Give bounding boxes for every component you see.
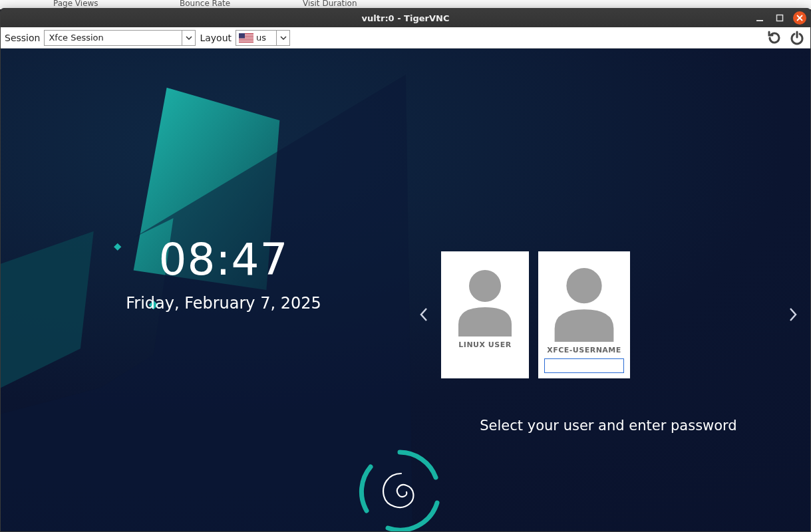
user-card[interactable]: LINUX USER [441, 251, 529, 378]
user-card-name: LINUX USER [458, 340, 511, 349]
chevron-down-icon[interactable] [276, 31, 289, 45]
greeter-toolbar: Session Xfce Session Layout us [1, 27, 810, 49]
chevron-down-icon[interactable] [182, 31, 195, 45]
clock-date: Friday, February 7, 2025 [114, 294, 333, 313]
window-title: vultr:0 - TigerVNC [362, 13, 450, 23]
svg-point-19 [566, 268, 601, 303]
user-card-selected[interactable]: XFCE-USERNAME [538, 251, 630, 378]
clock-time: 08:47 [114, 238, 333, 282]
us-flag-icon [239, 33, 253, 43]
avatar-icon [542, 255, 626, 342]
debian-spinner [353, 444, 446, 531]
user-card-name: XFCE-USERNAME [547, 346, 621, 354]
layout-select[interactable]: us [236, 30, 290, 46]
clock-panel: 08:47 Friday, February 7, 2025 [114, 238, 333, 313]
session-select-value: Xfce Session [45, 33, 118, 43]
chevron-left-icon[interactable] [413, 301, 434, 328]
login-screen: 08:47 Friday, February 7, 2025 LINUX USE… [1, 49, 810, 531]
vnc-window: vultr:0 - TigerVNC Session Xfce Session … [0, 8, 811, 532]
svg-point-18 [469, 270, 501, 302]
window-titlebar[interactable]: vultr:0 - TigerVNC [1, 9, 810, 27]
power-button[interactable] [788, 29, 806, 47]
window-close-button[interactable] [793, 11, 806, 25]
svg-marker-14 [1, 231, 94, 388]
login-hint: Select your user and enter password [413, 418, 804, 434]
window-minimize-button[interactable] [753, 11, 766, 25]
svg-rect-1 [777, 15, 783, 21]
restart-button[interactable] [765, 29, 784, 47]
avatar-icon [446, 257, 524, 336]
chevron-right-icon[interactable] [782, 301, 804, 328]
svg-rect-11 [239, 33, 245, 39]
session-label: Session [5, 33, 40, 43]
svg-rect-9 [239, 39, 253, 40]
window-maximize-button[interactable] [773, 11, 786, 25]
svg-rect-10 [239, 41, 253, 41]
layout-label: Layout [200, 33, 232, 43]
user-chooser: LINUX USER XFCE-USERNAME [413, 238, 804, 391]
session-select[interactable]: Xfce Session [44, 30, 196, 46]
svg-rect-8 [239, 38, 253, 39]
password-input[interactable] [544, 358, 624, 373]
